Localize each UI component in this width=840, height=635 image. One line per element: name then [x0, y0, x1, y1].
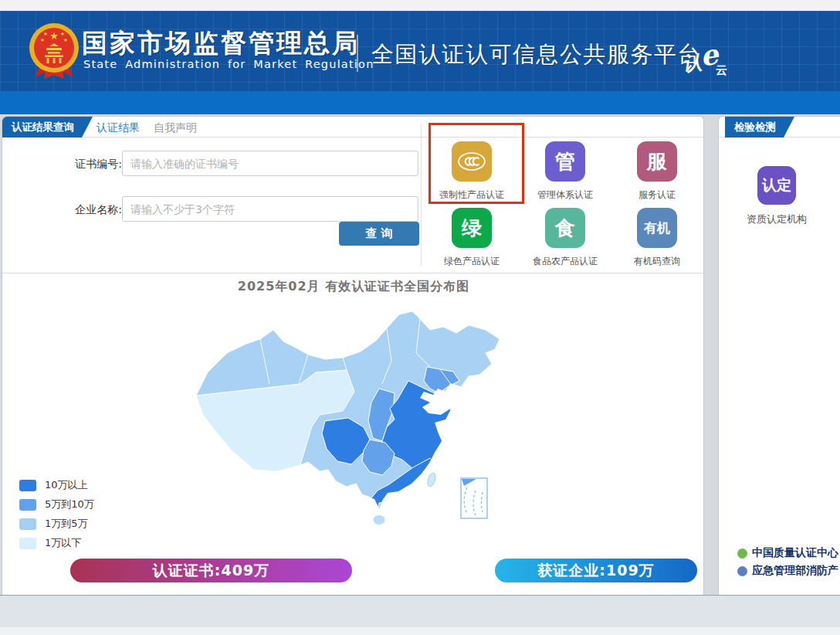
org-dot-green — [737, 548, 747, 559]
logo-yun: 云 — [716, 63, 727, 78]
accreditation-label: 资质认定机构 — [719, 212, 835, 226]
form-icons-divider — [421, 124, 422, 267]
national-emblem-icon: ★ ★ ★ ★ ★ — [25, 20, 83, 82]
china-choropleth-map[interactable] — [185, 307, 509, 538]
legend-item: 1万以下 — [19, 536, 81, 550]
company-name-input[interactable] — [122, 196, 418, 222]
legend-swatch — [19, 518, 36, 530]
legend-swatch — [19, 480, 36, 491]
cert-item-service[interactable]: 服 服务认证 — [615, 141, 699, 202]
org-label: 应急管理部消防产 — [752, 564, 838, 578]
svg-text:★: ★ — [63, 37, 68, 43]
cert-number-input[interactable] — [122, 151, 418, 176]
legend-item: 5万到10万 — [19, 497, 94, 511]
search-button[interactable]: 查 询 — [339, 222, 419, 246]
cert-item-management-system[interactable]: 管 管理体系认证 — [523, 141, 608, 202]
footer-band-light — [0, 627, 840, 635]
service-cert-icon: 服 — [637, 141, 677, 182]
content-area: 认证结果查询 认证结果 自我声明 证书编号: 企业名称: 查 询 — [0, 114, 840, 595]
cert-count-badge: 认证证书:409万 — [70, 559, 352, 582]
tab-link-cert-result[interactable]: 认证结果 — [97, 121, 140, 135]
map-title: 2025年02月 有效认证证书全国分布图 — [2, 279, 705, 295]
legend-label: 5万到10万 — [45, 497, 94, 511]
org-legend-item: 应急管理部消防产 — [737, 564, 838, 578]
inspection-tab-row: 检验检测 — [719, 117, 840, 138]
cert-label-service: 服务认证 — [615, 188, 699, 202]
tab-cert-result-query[interactable]: 认证结果查询 — [2, 117, 93, 138]
company-name-label: 企业名称: — [69, 203, 122, 217]
cert-number-label: 证书编号: — [69, 158, 122, 171]
legend-item: 1万到5万 — [19, 517, 88, 531]
inspection-panel: 检验检测 认定 资质认定机构 中国质量认证中心 应急管理部消防产 — [718, 116, 840, 595]
organic-code-icon: 有机 — [637, 208, 677, 248]
food-agri-icon: 食 — [545, 208, 585, 248]
footer-band — [0, 596, 840, 627]
ren-e-yun-logo-icon: 认e云 — [682, 43, 727, 76]
accreditation-icon[interactable]: 认定 — [757, 166, 796, 205]
red-highlight-box — [428, 123, 524, 204]
org-label: 中国质量认证中心 — [752, 546, 838, 560]
enterprise-count-badge: 获证企业:109万 — [495, 559, 697, 582]
green-product-icon: 绿 — [452, 208, 492, 248]
cert-item-organic-code[interactable]: 有机 有机码查询 — [615, 208, 699, 268]
platform-title: 全国认证认可信息公共服务平台 — [371, 39, 701, 70]
legend-label: 1万以下 — [45, 536, 81, 550]
agency-title-en: State Administration for Market Regulati… — [83, 58, 374, 70]
cert-label-green-product: 绿色产品认证 — [429, 255, 514, 268]
svg-text:★: ★ — [49, 30, 59, 42]
query-and-map-panel: 认证结果查询 认证结果 自我声明 证书编号: 企业名称: 查 询 — [2, 116, 704, 595]
cert-item-green-product[interactable]: 绿 绿色产品认证 — [429, 208, 514, 268]
browser-top-strip — [0, 0, 840, 11]
cert-label-organic-code: 有机码查询 — [615, 255, 699, 268]
cert-item-food-agri[interactable]: 食 食品农产品认证 — [523, 208, 608, 268]
south-china-sea-inset — [461, 478, 487, 518]
management-system-icon: 管 — [545, 141, 585, 182]
page: ★ ★ ★ ★ ★ 国家市场监督管理总局 State Administratio… — [0, 0, 840, 635]
svg-text:★: ★ — [60, 31, 65, 37]
agency-title-zh: 国家市场监督管理总局 — [82, 26, 360, 61]
header-divider — [357, 35, 358, 72]
legend-swatch — [19, 538, 36, 549]
legend-swatch — [19, 499, 36, 511]
svg-text:★: ★ — [40, 37, 45, 43]
tab-link-self-declaration[interactable]: 自我声明 — [154, 121, 197, 135]
legend-label: 1万到5万 — [45, 517, 88, 531]
header-accent-band — [0, 91, 840, 114]
cert-label-food-agri: 食品农产品认证 — [523, 255, 608, 268]
tab-inspection-testing[interactable]: 检验检测 — [725, 117, 794, 138]
legend-label: 10万以上 — [45, 478, 88, 492]
svg-text:★: ★ — [43, 31, 48, 37]
org-dot-blue — [737, 566, 747, 576]
legend-item: 10万以上 — [19, 478, 88, 492]
site-header: ★ ★ ★ ★ ★ 国家市场监督管理总局 State Administratio… — [0, 11, 840, 91]
org-legend-item: 中国质量认证中心 — [737, 546, 838, 560]
query-tab-row: 认证结果查询 认证结果 自我声明 — [2, 117, 703, 138]
cert-label-management-system: 管理体系认证 — [523, 188, 608, 202]
section-divider — [2, 273, 703, 273]
